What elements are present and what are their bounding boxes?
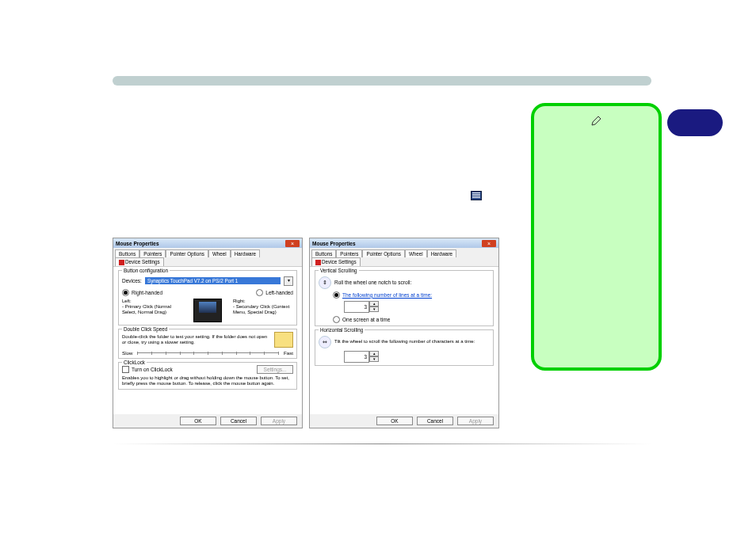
tab-buttons[interactable]: Buttons [115,249,139,257]
lines-radio[interactable]: The following number of lines at a time: [333,291,432,299]
spin-down-icon[interactable]: ▾ [369,356,379,362]
mouse-properties-dialog-buttons: Mouse Properties × Buttons Pointers Poin… [113,238,303,428]
tab-pointer-options[interactable]: Pointer Options [362,249,404,257]
right-button-desc: - Secondary Click (Context Menu, Special… [233,304,293,315]
left-handed-radio[interactable]: Left-handed [256,289,293,296]
folder-test-icon[interactable] [274,332,293,348]
group-title: Vertical Scrolling [319,268,359,273]
tab-wheel[interactable]: Wheel [208,249,231,257]
right-handed-label: Right-handed [132,290,162,295]
tab-bar: Buttons Pointers Pointer Options Wheel H… [113,248,302,267]
devices-dropdown[interactable]: Synaptics TouchPad V7.2 on PS/2 Port 1 [145,277,281,284]
group-title: Double Click Speed [122,326,169,332]
ok-button[interactable]: OK [180,417,216,425]
tab-wheel[interactable]: Wheel [405,249,427,257]
left-button-desc: - Primary Click (Normal Select, Normal D… [122,304,182,315]
control-panel-icon [471,191,482,200]
pen-icon [590,114,603,130]
wheel-icon: ⇕ [319,276,331,289]
tab-pointers[interactable]: Pointers [336,249,362,257]
close-button[interactable]: × [482,240,496,247]
tab-device-settings[interactable]: Device Settings [115,257,164,266]
tab-buttons[interactable]: Buttons [311,249,336,257]
close-button[interactable]: × [285,240,300,247]
double-click-desc: Double-click the folder to test your set… [122,334,271,345]
spin-up-icon[interactable]: ▴ [369,351,379,356]
clicklock-label: Turn on ClickLock [132,367,173,372]
tilt-wheel-icon: ⇔ [319,336,331,348]
roll-label: Roll the wheel one notch to scroll: [334,280,411,285]
header-lozenge [113,76,651,86]
tab-hardware[interactable]: Hardware [427,249,456,257]
tab-bar: Buttons Pointers Pointer Options Wheel H… [310,248,498,267]
vertical-scrolling-group: Vertical Scrolling ⇕ Roll the wheel one … [315,270,494,326]
clicklock-settings-button[interactable]: Settings... [257,365,293,374]
tilt-label: Tilt the wheel to scroll the following n… [334,339,490,345]
right-button-label: Right: [233,299,293,304]
tab-device-settings-label: Device Settings [322,259,357,265]
right-handed-radio[interactable]: Right-handed [122,289,162,296]
spin-up-icon[interactable]: ▴ [369,301,379,306]
chevron-down-icon[interactable]: ▾ [284,276,293,286]
double-click-speed-group: Double Click Speed Double-click the fold… [118,329,297,359]
ok-button[interactable]: OK [376,417,413,425]
cancel-button[interactable]: Cancel [417,417,453,425]
screen-radio-label: One screen at a time [342,317,390,322]
apply-button[interactable]: Apply [261,417,297,425]
footer-divider [113,444,651,444]
horizontal-scrolling-group: Horizontal Scrolling ⇔ Tilt the wheel to… [315,329,494,366]
tab-device-settings-label: Device Settings [125,259,160,265]
touchpad-image [193,299,222,322]
apply-button[interactable]: Apply [457,417,494,425]
mouse-properties-dialog-wheel: Mouse Properties × Buttons Pointers Poin… [309,238,499,428]
button-configuration-group: Button configuration Devices: Synaptics … [118,270,297,326]
group-title: Horizontal Scrolling [319,327,365,333]
slow-label: Slow [122,350,132,356]
tab-hardware[interactable]: Hardware [231,249,260,257]
spin-down-icon[interactable]: ▾ [369,306,379,312]
devices-label: Devices: [122,278,142,284]
double-click-speed-slider[interactable] [137,352,279,353]
group-title: ClickLock [122,360,147,365]
turn-on-clicklock-checkbox[interactable]: Turn on ClickLock [122,366,173,373]
window-title: Mouse Properties [312,241,356,246]
tab-device-settings[interactable]: Device Settings [311,257,361,266]
note-callout [531,103,662,371]
clicklock-group: ClickLock Turn on ClickLock Settings... … [118,362,297,390]
fast-label: Fast [284,350,293,356]
tab-pointers[interactable]: Pointers [139,249,166,257]
cancel-button[interactable]: Cancel [220,417,257,425]
titlebar[interactable]: Mouse Properties × [310,238,498,248]
titlebar[interactable]: Mouse Properties × [113,238,302,248]
chars-spinner-input[interactable] [344,351,369,363]
lines-spinner-input[interactable] [344,301,369,313]
left-handed-label: Left-handed [265,290,293,295]
lines-radio-label: The following number of lines at a time: [342,292,432,298]
margin-badge [667,109,723,136]
tab-pointer-options[interactable]: Pointer Options [166,249,208,257]
screen-radio[interactable]: One screen at a time [333,316,390,323]
left-button-label: Left: [122,299,182,304]
clicklock-desc: Enables you to highlight or drag without… [122,375,293,386]
group-title: Button configuration [122,268,170,273]
window-title: Mouse Properties [116,241,159,246]
